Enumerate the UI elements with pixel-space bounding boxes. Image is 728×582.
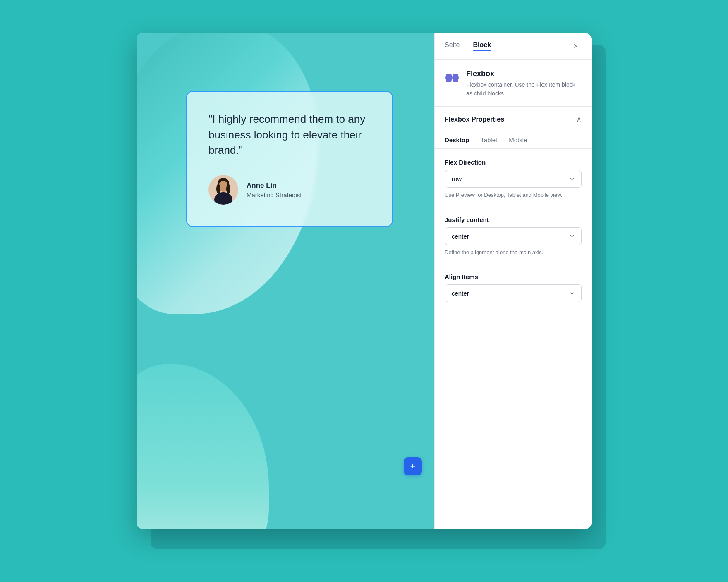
add-block-button[interactable]: + <box>404 457 422 475</box>
testimonial-quote: "I highly recommend them to any business… <box>208 112 371 158</box>
svg-point-5 <box>226 184 230 194</box>
flexbox-icon <box>445 70 460 85</box>
author-info: Anne Lin Marketing Strategist <box>247 181 302 198</box>
flex-direction-field: Flex Direction row column row-reverse co… <box>435 150 592 199</box>
section-title: Flexbox Properties <box>445 116 504 123</box>
section-header[interactable]: Flexbox Properties ∧ <box>435 107 592 132</box>
tab-block[interactable]: Block <box>473 41 491 51</box>
tab-seite[interactable]: Seite <box>445 41 460 51</box>
flex-direction-hint: Use Preview for Desktop, Tablet and Mobi… <box>445 191 582 199</box>
justify-content-field: Justify content flex-start flex-end cent… <box>435 208 592 257</box>
testimonial-card: "I highly recommend them to any business… <box>186 91 393 227</box>
svg-point-4 <box>216 184 220 194</box>
align-items-label: Align Items <box>445 273 582 280</box>
close-button[interactable]: × <box>570 41 582 52</box>
block-description: Flexbox container. Use the Flex Item blo… <box>466 81 582 98</box>
justify-content-hint: Define the alignment along the main axis… <box>445 248 582 257</box>
justify-content-select[interactable]: flex-start flex-end center space-between… <box>445 227 582 245</box>
author-title: Marketing Strategist <box>247 191 302 198</box>
plus-icon: + <box>410 461 416 472</box>
chevron-up-icon: ∧ <box>576 115 582 124</box>
responsive-tabs: Desktop Tablet Mobile <box>435 132 592 149</box>
panel-tabs: Seite Block <box>445 41 491 51</box>
justify-content-label: Justify content <box>445 216 582 223</box>
author-name: Anne Lin <box>247 181 302 190</box>
flex-direction-select[interactable]: row column row-reverse column-reverse <box>445 170 582 188</box>
canvas-area: "I highly recommend them to any business… <box>136 33 434 529</box>
flex-direction-label: Flex Direction <box>445 159 582 166</box>
block-info: Flexbox Flexbox container. Use the Flex … <box>435 60 592 107</box>
block-info-text: Flexbox Flexbox container. Use the Flex … <box>466 69 582 98</box>
properties-section: Flexbox Properties ∧ Desktop Tablet Mobi… <box>435 107 592 310</box>
block-title: Flexbox <box>466 69 582 78</box>
testimonial-author: Anne Lin Marketing Strategist <box>208 175 371 205</box>
author-avatar <box>208 175 238 205</box>
align-items-select[interactable]: stretch flex-start flex-end center basel… <box>445 284 582 302</box>
tab-mobile[interactable]: Mobile <box>509 132 527 148</box>
tab-desktop[interactable]: Desktop <box>445 132 469 148</box>
panel-header: Seite Block × <box>435 33 592 60</box>
right-panel: Seite Block × Flexbox Flexbox container.… <box>434 33 592 529</box>
align-items-field: Align Items stretch flex-start flex-end … <box>435 265 592 310</box>
tab-tablet[interactable]: Tablet <box>481 132 497 148</box>
